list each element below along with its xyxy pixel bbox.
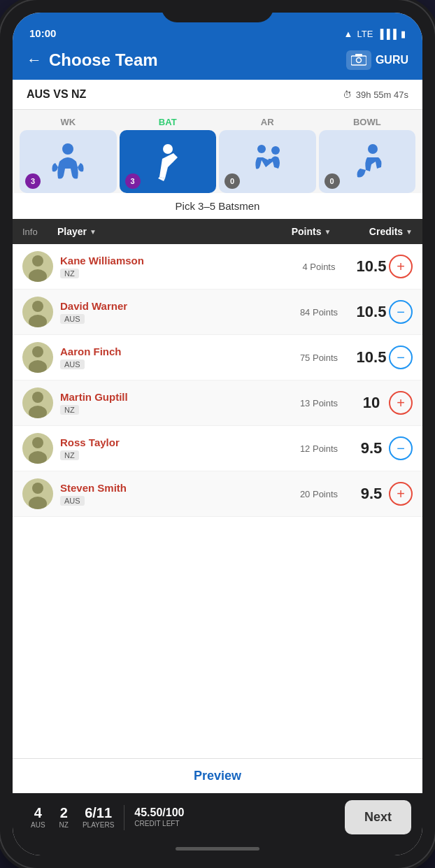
player-row-2: Aaron Finch AUS 75 Points 10.5 −: [13, 335, 422, 380]
table-header: Info Player ▼ Points ▼ Credits ▼: [13, 219, 422, 244]
match-bar: AUS VS NZ ⏱ 39h 55m 47s: [13, 80, 422, 110]
ar-badge: 0: [224, 173, 240, 189]
home-bar: [176, 847, 259, 851]
aus-stat: 4 AUS: [24, 806, 52, 829]
svg-point-5: [257, 145, 266, 153]
player-info-1: David Warner AUS: [60, 300, 284, 325]
svg-point-8: [32, 255, 43, 266]
back-button[interactable]: ←: [27, 51, 42, 69]
th-info: Info: [22, 227, 57, 237]
nz-stat: 2 NZ: [52, 806, 76, 829]
player-info-2: Aaron Finch AUS: [60, 346, 284, 370]
notch: [162, 0, 273, 22]
player-name-3: Martin Guptill: [60, 391, 284, 403]
tab-bat-icon-box: 3: [120, 130, 217, 193]
player-row-3: Martin Guptill NZ 13 Points 10 +: [13, 380, 422, 426]
player-avatar-4: [22, 433, 53, 464]
player-avatar-5: [22, 478, 53, 509]
bowl-badge: 0: [325, 173, 340, 189]
th-credits[interactable]: Credits ▼: [350, 226, 413, 237]
position-tabs: WK 3 BAT: [13, 110, 422, 193]
pick-text: Pick 3–5 Batsmen: [13, 193, 422, 219]
wk-badge: 3: [25, 173, 41, 189]
player-points-1: 84 Points: [284, 307, 354, 318]
player-points-3: 13 Points: [284, 398, 354, 408]
player-name-4: Ross Taylor: [60, 436, 284, 448]
player-points-5: 20 Points: [284, 489, 354, 499]
bat-badge: 3: [125, 173, 141, 189]
svg-point-17: [29, 451, 47, 464]
player-info-5: Steven Smith AUS: [60, 482, 284, 506]
svg-point-9: [29, 269, 47, 282]
player-action-3[interactable]: +: [389, 391, 413, 415]
phone-screen: 10:00 ▲ LTE ▐▐▐ ▮ ← Choose Team: [13, 13, 422, 855]
player-team-0: NZ: [60, 269, 79, 278]
match-name: AUS VS NZ: [27, 88, 86, 101]
svg-point-19: [29, 497, 47, 509]
player-name-2: Aaron Finch: [60, 346, 284, 357]
preview-button[interactable]: Preview: [194, 769, 241, 783]
stats-divider: [124, 805, 124, 830]
tab-bowl[interactable]: BOWL 0: [319, 117, 416, 193]
player-row-1: David Warner AUS 84 Points 10.5 −: [13, 290, 422, 335]
header-left: ← Choose Team: [27, 50, 158, 70]
phone-frame: 10:00 ▲ LTE ▐▐▐ ▮ ← Choose Team: [0, 0, 435, 868]
player-list: Kane Williamson NZ 4 Points 10.5 + David…: [13, 244, 422, 758]
svg-point-3: [62, 143, 73, 155]
player-action-1[interactable]: −: [389, 300, 413, 324]
svg-point-4: [163, 144, 173, 154]
player-avatar-0: [22, 251, 53, 282]
status-icons: ▲ LTE ▐▐▐ ▮: [344, 29, 406, 39]
nz-count: 2: [60, 806, 68, 820]
player-action-2[interactable]: −: [389, 346, 413, 369]
tab-bowl-icon-box: 0: [319, 130, 416, 193]
clock-icon: ⏱: [343, 90, 352, 100]
points-sort-icon: ▼: [324, 228, 331, 236]
player-avatar-2: [22, 342, 53, 373]
th-points[interactable]: Points ▼: [273, 226, 350, 237]
svg-point-11: [29, 315, 47, 327]
tab-wk-label: WK: [60, 117, 76, 127]
tab-wk[interactable]: WK 3: [20, 117, 117, 193]
players-count: 6/11: [85, 806, 112, 820]
player-points-2: 75 Points: [284, 353, 354, 363]
timer-value: 39h 55m 47s: [356, 90, 408, 100]
player-action-4[interactable]: −: [389, 436, 413, 460]
svg-point-1: [356, 58, 361, 63]
wifi-icon: ▲: [344, 29, 353, 39]
credit-label: CREDIT LEFT: [134, 820, 179, 827]
credits-sort-icon: ▼: [406, 228, 413, 236]
stats-section: 4 AUS 2 NZ 6/11 PLAYERS 45.50/100 CREDIT…: [24, 805, 345, 830]
preview-bar: Preview: [13, 758, 422, 793]
svg-point-14: [32, 392, 43, 403]
tab-bat[interactable]: BAT 3: [120, 117, 217, 193]
aus-label: AUS: [31, 821, 45, 829]
player-team-3: NZ: [60, 405, 79, 415]
svg-point-7: [368, 144, 378, 154]
player-action-0[interactable]: +: [389, 255, 413, 278]
bottom-bar: 4 AUS 2 NZ 6/11 PLAYERS 45.50/100 CREDIT…: [13, 793, 422, 841]
svg-point-13: [29, 360, 47, 373]
svg-point-10: [32, 301, 43, 312]
player-team-5: AUS: [60, 496, 85, 506]
player-team-1: AUS: [60, 314, 85, 324]
player-points-4: 12 Points: [284, 443, 354, 454]
tab-ar-icon-box: 0: [219, 130, 316, 193]
nz-label: NZ: [59, 821, 69, 829]
th-player[interactable]: Player ▼: [57, 226, 273, 237]
svg-rect-2: [355, 54, 362, 57]
svg-point-18: [32, 483, 43, 494]
signal-bars-icon: ▐▐▐: [377, 29, 397, 39]
svg-point-15: [29, 406, 47, 418]
player-action-5[interactable]: +: [389, 482, 413, 506]
player-info-4: Ross Taylor NZ: [60, 436, 284, 461]
player-credits-4: 9.5: [354, 439, 389, 457]
tab-wk-icon-box: 3: [20, 130, 117, 193]
next-button[interactable]: Next: [345, 800, 411, 834]
guru-label[interactable]: GURU: [376, 54, 408, 66]
player-credits-3: 10: [354, 394, 389, 412]
player-credits-5: 9.5: [354, 485, 389, 503]
tab-ar[interactable]: AR 0: [219, 117, 316, 193]
home-indicator: [13, 841, 422, 855]
svg-point-12: [32, 346, 43, 357]
